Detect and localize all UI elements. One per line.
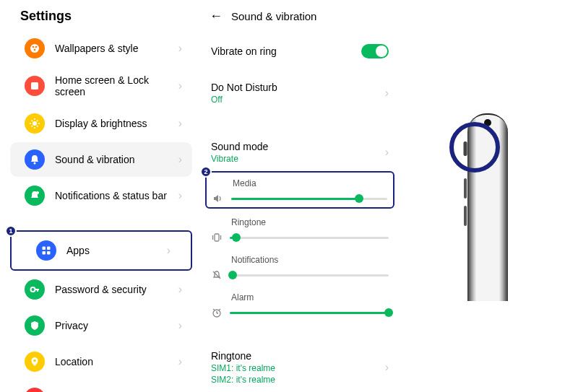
svg-point-3	[34, 49, 36, 51]
chevron-right-icon: ›	[178, 283, 182, 296]
bell-icon	[25, 149, 45, 170]
svg-point-1	[33, 46, 35, 48]
vibrate-on-ring-toggle[interactable]	[361, 44, 389, 58]
svg-point-2	[35, 46, 38, 48]
settings-item-sound-vibration[interactable]: Sound & vibration ›	[10, 142, 192, 177]
svg-rect-19	[47, 251, 51, 255]
svg-point-15	[36, 191, 39, 194]
vibrate-on-ring-label: Vibrate on ring	[211, 45, 361, 57]
shield-icon	[25, 315, 45, 336]
slider-ringtone[interactable]	[230, 237, 389, 239]
chevron-right-icon: ›	[385, 361, 389, 374]
settings-item-wallpapers-style[interactable]: Wallpapers & style ›	[10, 31, 192, 66]
svg-point-5	[33, 121, 37, 126]
svg-point-0	[30, 44, 39, 53]
key-icon	[25, 279, 45, 300]
svg-line-10	[32, 121, 33, 122]
sun-icon	[25, 113, 45, 134]
settings-panel: Settings Wallpapers & style › Home scree…	[0, 0, 202, 392]
settings-item-label: Location	[55, 356, 178, 367]
volume-up-button	[464, 178, 467, 199]
chevron-right-icon: ›	[178, 79, 182, 92]
sound-mode-status: Vibrate	[211, 154, 385, 164]
sound-mode-row[interactable]: Sound mode Vibrate ›	[202, 131, 397, 168]
dnd-label: Do Not Disturb	[211, 82, 385, 93]
svg-line-11	[37, 126, 38, 127]
settings-item-apps[interactable]: Apps ›	[22, 233, 181, 268]
pin-icon	[25, 352, 45, 372]
phone-vibe-icon	[211, 232, 225, 243]
slider-label-ringtone: Ringtone	[231, 217, 389, 227]
chevron-right-icon: ›	[385, 146, 389, 159]
svg-rect-16	[43, 247, 46, 251]
slider-label-media: Media	[233, 178, 387, 188]
vibrate-on-ring-row[interactable]: Vibrate on ring	[202, 34, 397, 69]
svg-point-20	[31, 287, 35, 292]
dnd-row[interactable]: Do Not Disturb Off ›	[202, 71, 397, 115]
svg-rect-18	[43, 251, 46, 255]
settings-item-label: Privacy	[55, 320, 178, 331]
settings-item-notifications-status-bar[interactable]: Notifications & status bar ›	[10, 178, 192, 213]
svg-rect-17	[47, 247, 51, 251]
chevron-right-icon: ›	[178, 319, 182, 332]
star-icon: *	[25, 388, 45, 392]
sound-panel: ← Sound & vibration Vibrate on ring Do N…	[202, 0, 397, 392]
annotation-highlight-apps: 1 Apps ›	[10, 230, 192, 271]
chevron-right-icon: ›	[178, 189, 182, 202]
chevron-right-icon: ›	[167, 244, 171, 257]
settings-item-label: Wallpapers & style	[55, 43, 178, 54]
svg-point-23	[33, 360, 36, 362]
annotation-callout: 2	[200, 166, 212, 178]
slider-block-alarm: Alarm	[205, 287, 394, 321]
alarm-icon	[211, 307, 225, 318]
svg-line-34	[213, 309, 215, 310]
chevron-right-icon: ›	[178, 153, 182, 166]
settings-item-label: Password & security	[55, 284, 178, 295]
slider-block-ringtone: Ringtone	[205, 212, 394, 246]
svg-line-35	[219, 309, 220, 310]
svg-line-12	[32, 126, 33, 127]
slider-label-notifications: Notifications	[231, 255, 389, 265]
ringtone-sim1: SIM1: it's realme	[211, 363, 385, 373]
sound-title: Sound & vibration	[231, 10, 316, 22]
chevron-right-icon: ›	[178, 117, 182, 130]
grid-icon	[36, 240, 56, 261]
svg-point-14	[34, 162, 36, 165]
sound-mode-label: Sound mode	[211, 141, 385, 152]
settings-item-label: Display & brightness	[55, 118, 178, 129]
settings-item-label: Apps	[66, 245, 167, 256]
slider-media[interactable]	[231, 198, 387, 200]
settings-item-privacy[interactable]: Privacy ›	[10, 308, 192, 343]
slider-block-media: 2 Media	[205, 171, 394, 209]
dnd-status: Off	[211, 95, 385, 105]
svg-line-13	[37, 121, 38, 122]
settings-item-display-brightness[interactable]: Display & brightness ›	[10, 106, 192, 141]
chevron-right-icon: ›	[178, 355, 182, 368]
annotation-circle	[449, 122, 500, 173]
settings-item-location[interactable]: Location ›	[10, 344, 192, 379]
settings-item-password-security[interactable]: Password & security ›	[10, 272, 192, 307]
ringtone-sim2: SIM2: it's realme	[211, 375, 385, 385]
svg-rect-27	[215, 234, 219, 241]
settings-item-label: Notifications & status bar	[55, 190, 178, 201]
svg-rect-4	[31, 82, 38, 90]
settings-item-label: Home screen & Lock screen	[55, 74, 178, 97]
slider-label-alarm: Alarm	[231, 292, 389, 302]
bell-off-icon	[211, 269, 225, 281]
ringtone-row[interactable]: Ringtone SIM1: it's realme SIM2: it's re…	[202, 340, 397, 392]
bell-dot-icon	[25, 186, 45, 206]
annotation-callout: 1	[5, 225, 17, 237]
settings-item-label: Sound & vibration	[55, 154, 178, 165]
chevron-right-icon: ›	[385, 87, 389, 100]
settings-item-home-screen-lock-screen[interactable]: Home screen & Lock screen ›	[10, 67, 192, 105]
chevron-right-icon: ›	[178, 42, 182, 55]
slider-notifications[interactable]	[230, 274, 389, 276]
phone-illustration	[397, 0, 578, 392]
slider-alarm[interactable]	[230, 312, 389, 314]
image-icon	[25, 76, 45, 96]
ringtone-label: Ringtone	[211, 350, 385, 362]
settings-item-safety-emergency[interactable]: * Safety & emergency ›	[10, 380, 192, 392]
back-icon[interactable]: ←	[210, 9, 223, 24]
palette-icon	[25, 38, 45, 58]
settings-title: Settings	[0, 0, 202, 30]
